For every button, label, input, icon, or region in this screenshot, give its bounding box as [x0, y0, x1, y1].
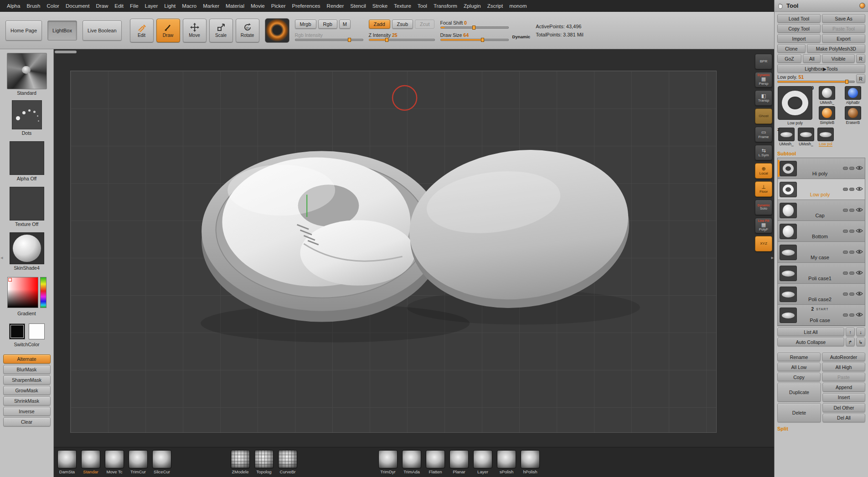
subtool-paint-icon[interactable] [849, 230, 854, 233]
current-material-thumbnail[interactable] [10, 232, 44, 264]
tool-slot[interactable]: UMesh_ [797, 128, 815, 147]
document-viewport[interactable] [70, 71, 717, 433]
tool-slot-thumbnail[interactable] [845, 106, 861, 120]
brush-thumbnail[interactable] [105, 450, 124, 468]
delete-button[interactable]: Delete [777, 403, 821, 422]
current-tool[interactable]: 9 Low poly [777, 86, 813, 125]
subtool-thumbnail[interactable] [780, 224, 797, 239]
mask-button[interactable]: Alternate [3, 354, 51, 364]
all-high-button[interactable]: All High [822, 363, 865, 371]
all-low-button[interactable]: All Low [777, 363, 821, 371]
brush-shortcut[interactable]: CurveBr [277, 450, 298, 474]
save-as-button[interactable]: Save As [822, 14, 865, 23]
paste-subtool-button[interactable]: Paste [822, 373, 865, 381]
subtool-thumbnail[interactable] [780, 266, 797, 281]
menu-item[interactable]: Light [161, 3, 179, 9]
subtool-row[interactable]: Low poly [778, 179, 865, 200]
subtool-row[interactable]: Bottom [778, 221, 865, 242]
insert-button[interactable]: Insert [822, 393, 865, 402]
mask-button[interactable]: Inverse [3, 407, 51, 416]
brush-shortcut[interactable]: Flatten [425, 450, 446, 474]
subtool-row[interactable]: Poli case1 [778, 263, 865, 284]
draw-mode-button[interactable]: Draw [156, 19, 180, 42]
subtool-paint-icon[interactable] [849, 292, 854, 296]
move-mode-button[interactable]: Move [183, 19, 207, 42]
zadd-button[interactable]: Zadd [369, 20, 390, 29]
goz-r-button[interactable]: R [856, 54, 865, 63]
mask-button[interactable]: ShrinkMask [3, 396, 51, 405]
menu-item[interactable]: Zscript [484, 3, 506, 9]
live-boolean-button[interactable]: Live Boolean [83, 21, 122, 41]
tool-slot[interactable]: UMesh_ [815, 86, 840, 105]
subtool-visibility-eye-icon[interactable] [856, 270, 863, 276]
brush-thumbnail[interactable] [521, 450, 540, 468]
subtool-row[interactable]: Poli case2 [778, 284, 865, 305]
subtool-up-button[interactable]: ↑ [846, 328, 855, 336]
shelf-button[interactable]: Line Fill ▦ PolyF [755, 218, 772, 233]
tool-slot[interactable]: SimpleB [815, 106, 840, 125]
shelf-button[interactable]: ⊕ Local [755, 163, 772, 179]
menu-item[interactable]: Tool [414, 3, 430, 9]
tool-slot[interactable]: Low pol [816, 128, 835, 147]
canvas-scrollbar[interactable] [55, 51, 77, 53]
rotate-mode-button[interactable]: R Rotate [236, 19, 259, 42]
subtool-row[interactable]: 2 START Poli case [778, 305, 865, 326]
subtool-thumbnail[interactable] [780, 203, 797, 218]
right-tray-collapse-arrow[interactable]: ▸ [771, 255, 774, 261]
export-button[interactable]: Export [822, 34, 865, 43]
brush-shortcut[interactable]: TrimAda [401, 450, 422, 474]
subtool-visibility-eye-icon[interactable] [856, 291, 863, 297]
subtool-row[interactable]: Cap [778, 200, 865, 221]
lightbox-button[interactable]: LightBox [47, 21, 77, 41]
focal-shift-slider[interactable]: Focal Shift 0 [440, 20, 509, 29]
collapse-down-button[interactable]: ↳ [856, 338, 865, 346]
brush-thumbnail[interactable] [231, 450, 250, 468]
subtool-visibility-eye-icon[interactable] [856, 249, 863, 255]
subtool-sculpt-icon[interactable] [843, 292, 848, 296]
shelf-button[interactable]: Dynamic Solo [755, 200, 772, 215]
subtool-thumbnail[interactable] [780, 182, 797, 197]
subtool-row[interactable]: Hi poly [778, 158, 865, 179]
rgb-intensity-slider[interactable]: Rgb Intensity [295, 32, 363, 41]
brush-shortcut[interactable]: TrimCur [128, 450, 149, 474]
subtool-paint-icon[interactable] [849, 209, 854, 212]
menu-item[interactable]: monom [506, 3, 530, 9]
main-color-swatch[interactable] [9, 323, 25, 339]
menu-item[interactable]: Render [324, 3, 347, 9]
make-polymesh3d-button[interactable]: Make PolyMesh3D [807, 44, 865, 53]
tool-slot[interactable]: AlphaBr [841, 86, 866, 105]
subtool-paint-icon[interactable] [849, 251, 854, 254]
brush-thumbnail[interactable] [426, 450, 445, 468]
menu-item[interactable]: Edit [111, 3, 127, 9]
switch-color-label[interactable]: SwitchColor [14, 342, 39, 347]
subtool-paint-icon[interactable] [849, 313, 854, 317]
menu-item[interactable]: File [127, 3, 142, 9]
menu-item[interactable]: Preferences [289, 3, 324, 9]
menu-item[interactable]: Macro [179, 3, 200, 9]
shelf-button[interactable]: BPR [755, 54, 772, 69]
tool-slot-thumbnail[interactable] [817, 128, 834, 141]
brush-thumbnail[interactable] [473, 450, 492, 468]
mask-button[interactable]: Clear [3, 417, 51, 426]
subtool-sculpt-icon[interactable] [843, 251, 848, 254]
brush-shortcut[interactable]: Planar [449, 450, 470, 474]
menu-item[interactable]: Transform [430, 3, 460, 9]
clone-button[interactable]: Clone [777, 44, 806, 53]
brush-thumbnail[interactable] [81, 450, 100, 468]
menu-item[interactable]: Texture [391, 3, 414, 9]
palette-hand-icon[interactable] [777, 3, 784, 9]
menu-item[interactable]: Stroke [369, 3, 391, 9]
subtool-thumbnail[interactable] [780, 161, 797, 176]
mask-button[interactable]: SharpenMask [3, 375, 51, 385]
edit-mode-button[interactable]: Edit [130, 19, 154, 42]
subtool-thumbnail[interactable] [780, 245, 797, 260]
menu-item[interactable]: Stencil [347, 3, 369, 9]
current-stroke-thumbnail[interactable] [12, 100, 42, 129]
subtool-sculpt-icon[interactable] [843, 272, 848, 275]
current-brush-thumbnail[interactable] [7, 53, 47, 89]
m-button[interactable]: M [339, 20, 351, 29]
brush-shortcut[interactable]: Standar [80, 450, 101, 474]
shelf-button[interactable]: ◧ Transp [755, 90, 772, 106]
current-alpha-thumbnail[interactable] [10, 141, 44, 175]
home-page-button[interactable]: Home Page [5, 21, 42, 41]
